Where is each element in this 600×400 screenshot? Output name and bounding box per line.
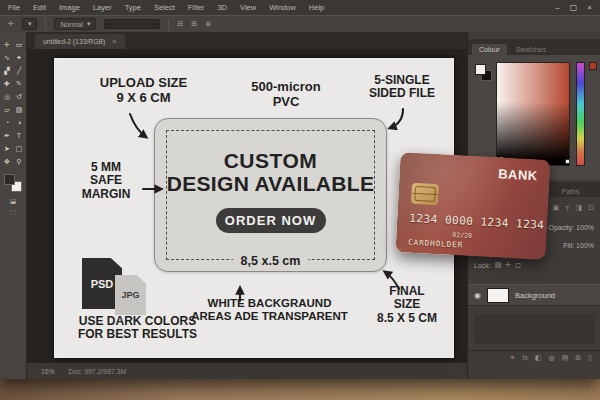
- move-tool-icon[interactable]: ✛: [1, 38, 13, 51]
- type-tool-icon[interactable]: T: [13, 129, 25, 142]
- annotation-material: 500-micron PVC: [226, 80, 346, 109]
- clone-stamp-tool-icon[interactable]: ◎: [1, 90, 13, 103]
- dodge-tool-icon[interactable]: ◑: [13, 116, 25, 129]
- lock-position-icon[interactable]: ✛: [505, 261, 511, 269]
- filter-type-icon[interactable]: T: [565, 205, 569, 212]
- tab-close-icon[interactable]: ×: [112, 37, 116, 46]
- zoom-tool-icon[interactable]: ⚲: [13, 155, 25, 168]
- history-brush-tool-icon[interactable]: ↺: [13, 90, 25, 103]
- brush-tool-icon[interactable]: ✎: [13, 77, 25, 90]
- document-tab-title: untitled-2 (133/RGB): [43, 38, 105, 45]
- lock-transparency-icon[interactable]: ▨: [495, 261, 502, 269]
- document-tab[interactable]: untitled-2 (133/RGB) ×: [35, 34, 125, 49]
- annotation-safe-margin: 5 MM SAFE MARGIN: [70, 161, 142, 201]
- layer-thumbnail[interactable]: [487, 288, 509, 303]
- lock-all-icon[interactable]: ◻: [515, 261, 521, 269]
- credit-card-mockup[interactable]: BANK 1234 0000 1234 1234 02/20 CARDHOLDE…: [395, 152, 550, 260]
- mockup-title-line2: DESIGN AVAILABLE: [155, 172, 386, 196]
- layer-mask-icon[interactable]: ◧: [535, 354, 542, 362]
- filter-shape-icon[interactable]: ◨: [576, 204, 583, 212]
- menu-type[interactable]: Type: [125, 3, 141, 12]
- quick-mask-icon[interactable]: ⬓: [10, 197, 16, 205]
- screen-mode-icon[interactable]: ⬚: [10, 208, 16, 216]
- tab-paths[interactable]: Paths: [555, 186, 587, 197]
- crop-tool-icon[interactable]: ▞: [1, 64, 13, 77]
- zoom-level-field[interactable]: 16%: [41, 368, 55, 375]
- menu-help[interactable]: Help: [309, 3, 324, 12]
- status-bar: 16% Doc: 997.2/987.3M: [27, 362, 467, 379]
- delete-layer-icon[interactable]: ▯: [588, 354, 592, 362]
- menu-window[interactable]: Window: [269, 3, 296, 12]
- magic-wand-tool-icon[interactable]: ✦: [13, 51, 25, 64]
- layer-effects-icon[interactable]: fx: [522, 354, 527, 361]
- layers-panel-footer: ⚭ fx ◧ ◍ ▤ ⊞ ▯: [468, 350, 600, 364]
- opacity-input[interactable]: [104, 19, 160, 29]
- color-corner-marker-icon: [565, 159, 570, 164]
- marquee-tool-icon[interactable]: ▭: [13, 38, 25, 51]
- minimize-icon[interactable]: –: [555, 3, 559, 12]
- menu-3d[interactable]: 3D: [217, 3, 227, 12]
- credit-card-holder: CARDHOLDER: [408, 238, 464, 250]
- divider: [45, 19, 46, 30]
- current-color-swatch: [589, 62, 597, 70]
- tab-swatches[interactable]: Swatches: [509, 44, 553, 55]
- menu-filter[interactable]: Filter: [188, 3, 205, 12]
- order-now-button[interactable]: ORDER NOW: [216, 208, 326, 233]
- document-size-info: Doc: 997.2/987.3M: [69, 368, 126, 375]
- chevron-down-icon: ▾: [87, 20, 91, 28]
- healing-tool-icon[interactable]: ✚: [1, 77, 13, 90]
- annotation-upload-size: UPLOAD SIZE 9 X 6 CM: [76, 76, 211, 105]
- tool-preset-dropdown[interactable]: ▾: [22, 18, 38, 30]
- menu-image[interactable]: Image: [59, 3, 80, 12]
- photoshop-window: File Edit Image Layer Type Select Filter…: [0, 0, 600, 400]
- path-select-tool-icon[interactable]: ➤: [1, 142, 13, 155]
- pen-tool-icon[interactable]: ✒: [1, 129, 13, 142]
- annotation-transparent-areas: WHITE BACKGRAUND AREAS ADE TRANSPARENT: [182, 297, 357, 323]
- lock-row: Lock: ▨ ✛ ◻: [468, 258, 600, 272]
- new-layer-icon[interactable]: ⊞: [575, 354, 581, 362]
- design-document: UPLOAD SIZE 9 X 6 CM 500-micron PVC 5-SI…: [54, 58, 454, 358]
- filter-smart-icon[interactable]: ⊡: [588, 204, 594, 212]
- lasso-tool-icon[interactable]: ∿: [1, 51, 13, 64]
- blend-mode-dropdown[interactable]: Normal ▾: [54, 18, 96, 30]
- close-icon[interactable]: ×: [587, 3, 592, 12]
- eraser-tool-icon[interactable]: ▱: [1, 103, 13, 116]
- link-layers-icon[interactable]: ⚭: [510, 354, 516, 362]
- align-right-icon[interactable]: ≣: [205, 20, 211, 28]
- document-tab-bar: untitled-2 (133/RGB) ×: [27, 32, 467, 49]
- layer-group-icon[interactable]: ▤: [562, 354, 569, 362]
- mockup-title-line1: CUSTOM: [155, 149, 386, 173]
- hand-tool-icon[interactable]: ✥: [1, 155, 13, 168]
- layer-visibility-eye-icon[interactable]: ◉: [474, 291, 481, 300]
- layer-row-background[interactable]: ◉ Background: [468, 284, 600, 306]
- adjustment-layer-icon[interactable]: ◍: [549, 354, 555, 362]
- hue-slider[interactable]: [576, 62, 585, 166]
- maximize-icon[interactable]: ▢: [570, 3, 578, 12]
- menu-edit[interactable]: Edit: [33, 3, 46, 12]
- tab-colour[interactable]: Colour: [472, 44, 507, 55]
- layer-fill-dropdown[interactable]: Fill: 100%: [563, 242, 594, 249]
- card-template-mockup: CUSTOM DESIGN AVAILABLE ORDER NOW 8,5 x.…: [154, 118, 387, 272]
- layer-opacity-dropdown[interactable]: Opacity: 100%: [548, 224, 594, 231]
- menu-file[interactable]: File: [8, 3, 20, 12]
- menu-bar: File Edit Image Layer Type Select Filter…: [0, 0, 600, 15]
- align-center-icon[interactable]: ⊞: [191, 20, 197, 28]
- blur-tool-icon[interactable]: ◔: [1, 116, 13, 129]
- filter-pixel-icon[interactable]: ▣: [553, 204, 560, 212]
- credit-card-chip-icon: [411, 183, 439, 205]
- menu-select[interactable]: Select: [154, 3, 175, 12]
- align-left-icon[interactable]: ⊟: [177, 20, 183, 28]
- eyedropper-tool-icon[interactable]: ╱: [13, 64, 25, 77]
- foreground-color-swatch[interactable]: [4, 174, 15, 185]
- active-tool-icon: ✛: [8, 20, 14, 28]
- menu-layer[interactable]: Layer: [93, 3, 112, 12]
- annotation-final-size: FINAL SIZE 8.5 X 5 CM: [367, 285, 447, 325]
- menu-view[interactable]: View: [240, 3, 256, 12]
- foreground-background-swatches[interactable]: [4, 174, 22, 192]
- panel-foreground-swatch[interactable]: [475, 64, 486, 75]
- gradient-tool-icon[interactable]: ▨: [13, 103, 25, 116]
- credit-card-bank-label: BANK: [498, 166, 538, 183]
- shape-tool-icon[interactable]: ▢: [13, 142, 25, 155]
- divider: [168, 19, 169, 30]
- saturation-brightness-field[interactable]: [496, 62, 570, 166]
